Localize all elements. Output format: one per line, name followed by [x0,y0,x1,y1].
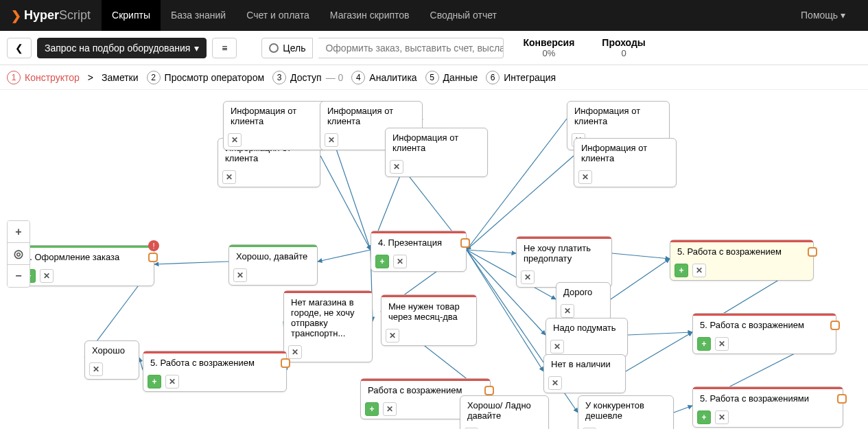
back-button[interactable]: ❮ [7,38,32,58]
close-icon[interactable]: ✕ [715,337,729,351]
add-icon[interactable]: + [697,410,711,424]
node-info4[interactable]: Информация от клиента✕ [385,128,488,177]
nav-billing[interactable]: Счет и оплата [236,0,320,31]
node-title: Информация от клиента [574,139,676,167]
step-label: Доступ [290,72,322,83]
node-dorogo[interactable]: Дорого✕ [556,282,611,321]
close-icon[interactable]: ✕ [393,255,407,268]
connector-icon[interactable] [148,253,158,262]
close-icon[interactable]: ✕ [550,340,564,353]
connector-icon[interactable] [460,238,470,248]
nav-store[interactable]: Магазин скриптов [320,0,420,31]
stat-value: 0 [602,48,645,58]
connector-icon[interactable] [808,247,817,257]
close-icon[interactable]: ✕ [288,345,302,359]
step-number: 5 [425,71,439,84]
node-mes[interactable]: Мне нужен товар через месяц-два✕ [381,294,477,346]
hamburger-button[interactable]: ≡ [212,38,237,58]
step-notes[interactable]: Заметки [102,72,139,83]
step-integration[interactable]: 6 Интеграция [486,71,556,84]
nav-knowledge[interactable]: База знаний [161,0,236,31]
close-icon[interactable]: ✕ [228,133,242,147]
node-prepay[interactable]: Не хочу платить предоплату✕ [516,236,612,288]
node-obj4[interactable]: 5. Работа с возражением+✕ [143,351,287,392]
add-icon[interactable]: + [148,375,161,389]
node-lad[interactable]: Хорошо/ Ладно давайте✕ [460,395,549,429]
close-icon[interactable]: ✕ [325,133,338,147]
toolbar: ❮ Запрос на подбор оборудования ▾ ≡ Цель… [0,31,868,65]
step-constructor[interactable]: 1 Конструктор [7,71,80,84]
top-nav: ❯ HyperScript Скрипты База знаний Счет и… [0,0,868,31]
stat-conversion: Конверсия 0% [523,37,574,58]
add-icon[interactable]: + [365,402,379,416]
nav-scripts[interactable]: Скрипты [102,0,161,31]
svg-line-18 [626,332,692,371]
node-nalic[interactable]: Нет в наличии✕ [543,354,626,393]
svg-line-15 [612,253,670,259]
node-nado[interactable]: Надо подумать✕ [546,318,628,357]
logo-caret-icon: ❯ [11,8,21,23]
goal-button[interactable]: Цель [261,38,313,58]
step-number: 3 [272,71,286,84]
close-icon[interactable]: ✕ [521,270,535,284]
connector-icon[interactable] [837,394,847,404]
nav-help[interactable]: Помощь ▾ [790,0,856,31]
script-selector[interactable]: Запрос на подбор оборудования ▾ [37,38,207,58]
close-icon[interactable]: ✕ [233,268,247,282]
step-access[interactable]: 3 Доступ — 0 [272,71,343,84]
node-title: Надо подумать [546,318,627,337]
add-icon[interactable]: + [697,337,711,351]
close-icon[interactable]: ✕ [561,304,574,318]
close-icon[interactable]: ✕ [89,362,103,376]
node-actions: +✕ [371,252,466,271]
step-preview[interactable]: 2 Просмотр оператором [147,71,264,84]
close-icon[interactable]: ✕ [40,269,54,283]
goal-text[interactable]: Оформить заказ, выставить счет, выслать [318,38,504,58]
node-actions: ✕ [218,167,320,187]
node-nomag[interactable]: Нет магазина в городе, не хочу отправку … [283,290,373,362]
svg-line-7 [318,250,371,262]
close-icon[interactable]: ✕ [383,402,397,416]
node-khor2[interactable]: Хорошо✕ [84,340,139,380]
connector-icon[interactable] [830,321,840,330]
close-icon[interactable]: ✕ [692,264,706,277]
close-icon[interactable]: ✕ [578,170,592,184]
step-analytics[interactable]: 4 Аналитика [351,71,417,84]
canvas[interactable]: + ◎ − Информация от клиента✕Информация о… [0,90,868,429]
stat-passes: Проходы 0 [602,37,645,58]
node-obj2[interactable]: 5. Работа с возражением+✕ [692,313,836,354]
zoom-in-button[interactable]: + [8,221,30,243]
step-number: 6 [486,71,500,84]
close-icon[interactable]: ✕ [715,410,729,424]
add-icon[interactable]: + [675,264,688,277]
stat-value: 0% [523,48,574,58]
node-obj3[interactable]: 5. Работа с возражениями+✕ [692,386,843,428]
stat-label: Проходы [602,37,645,48]
nav-report[interactable]: Сводный отчет [420,0,507,31]
svg-line-8 [467,250,516,253]
node-obj1[interactable]: 5. Работа с возражением+✕ [670,240,814,281]
node-actions: +✕ [143,372,286,391]
add-icon[interactable]: + [375,255,389,268]
close-icon[interactable]: ✕ [165,375,179,389]
connector-icon[interactable] [484,386,494,395]
zoom-out-button[interactable]: − [8,265,30,287]
step-data[interactable]: 5 Данные [425,71,478,84]
node-oform[interactable]: 5. Оформление заказа+✕! [17,245,154,286]
connector-icon[interactable] [281,358,290,368]
svg-line-19 [674,406,692,413]
script-selector-label: Запрос на подбор оборудования [45,43,190,54]
svg-line-6 [154,262,228,264]
node-info2[interactable]: Информация от клиента✕ [223,101,326,150]
close-icon[interactable]: ✕ [386,329,399,343]
node-info6[interactable]: Информация от клиента✕ [574,138,677,187]
logo: ❯ HyperScript [0,8,102,23]
close-icon[interactable]: ✕ [548,376,562,390]
node-konk[interactable]: У конкурентов дешевле✕ [578,395,674,429]
close-icon[interactable]: ✕ [222,170,236,184]
close-icon[interactable]: ✕ [390,160,403,174]
zoom-center-button[interactable]: ◎ [8,243,30,265]
node-pres[interactable]: 4. Презентация+✕ [371,231,467,272]
node-khor1[interactable]: Хорошо, давайте✕ [228,244,318,286]
node-title: 5. Работа с возражением [143,353,286,372]
